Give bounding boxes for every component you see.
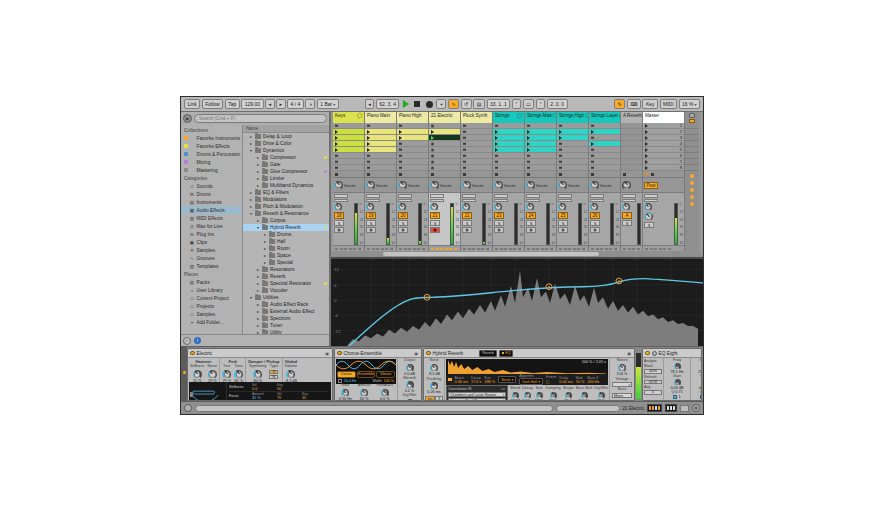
sidebar-item[interactable]: ⊕ Plug Ins: [181, 230, 242, 238]
io-boxes[interactable]: [366, 194, 395, 202]
send-a-knob[interactable]: [526, 181, 535, 190]
device-param[interactable]: Size188 %: [484, 376, 495, 384]
param-knob[interactable]: [550, 392, 557, 399]
search-input[interactable]: [194, 114, 327, 123]
param-knob[interactable]: [253, 370, 262, 379]
reverb-on-icon[interactable]: [448, 378, 452, 382]
io-boxes[interactable]: [334, 194, 363, 202]
sidebar-item[interactable]: + Add Folder...: [181, 318, 242, 326]
track-header[interactable]: A Reverb: [621, 112, 642, 123]
pan-knob[interactable]: [622, 203, 630, 211]
track-activator[interactable]: 24: [526, 212, 536, 219]
tree-item[interactable]: ▸ External Audio Effect: [243, 308, 329, 315]
pan-knob[interactable]: [644, 203, 652, 211]
param-knob[interactable]: [536, 392, 543, 399]
solo-button[interactable]: S: [462, 220, 472, 226]
io-boxes[interactable]: [558, 194, 587, 202]
tree-item[interactable]: ▸ Vocoder: [243, 287, 329, 294]
play-button[interactable]: [403, 100, 409, 108]
eq-eight-spectrum-display[interactable]: 12 6 0 -6 -12 100 1k 10k: [331, 257, 703, 346]
punch-in-button[interactable]: ⌜: [512, 99, 521, 109]
tab-reverb[interactable]: Reverb: [479, 350, 497, 357]
sidebar-item[interactable]: ▤ Instruments: [181, 198, 242, 206]
track-activator[interactable]: 20: [398, 212, 408, 219]
solo-cue-button[interactable]: S: [644, 222, 654, 228]
track-header[interactable]: Strings Layer ◯: [589, 112, 620, 123]
sidebar-item[interactable]: ⊞ Drums: [181, 190, 242, 198]
matrix-cell[interactable]: Vel0.0: [252, 383, 274, 391]
tree-item[interactable]: ▸ Resonators: [243, 266, 329, 273]
send-a-knob[interactable]: [366, 181, 375, 190]
post-toggle[interactable]: Post: [644, 182, 658, 189]
track-activator[interactable]: 23: [494, 212, 504, 219]
draw-mode-pencil-icon[interactable]: ✎: [614, 99, 625, 109]
tree-item[interactable]: ▸ Modulators: [243, 196, 329, 203]
arm-button[interactable]: [590, 227, 600, 233]
tree-item[interactable]: ▸ Audio Effect Rack: [243, 301, 329, 308]
stereo-knob[interactable]: [618, 364, 626, 372]
loop-start-display[interactable]: 33. 1. 1: [487, 99, 511, 109]
type-w-button[interactable]: W: [269, 375, 278, 380]
io-boxes[interactable]: [622, 194, 641, 202]
tree-item[interactable]: ▸ Delay & Loop: [243, 133, 329, 140]
clip-slot[interactable]: [525, 165, 556, 171]
send-a-knob[interactable]: [334, 181, 343, 190]
pan-knob[interactable]: [590, 203, 598, 211]
freq-knob[interactable]: [674, 363, 681, 370]
pan-knob[interactable]: [462, 203, 470, 211]
track-activator[interactable]: 25: [558, 212, 568, 219]
solo-button[interactable]: S: [558, 220, 568, 226]
arm-button[interactable]: [334, 227, 344, 233]
tree-item[interactable]: ▾ Utilities: [243, 294, 329, 301]
param-knob[interactable]: [222, 370, 231, 379]
sidebar-item[interactable]: □ Projects: [181, 302, 242, 310]
block-value[interactable]: 4096: [644, 369, 662, 374]
device-title-bar[interactable]: Electric ◌▣: [188, 349, 332, 358]
track-activator[interactable]: 19: [366, 212, 376, 219]
send-a-knob[interactable]: [430, 181, 439, 190]
track-header[interactable]: 21 Electric ◯: [429, 112, 460, 123]
loop-button[interactable]: ▭: [523, 99, 535, 109]
device-collapse-icon[interactable]: [652, 351, 657, 356]
track-header[interactable]: Piano Main ◯: [365, 112, 396, 123]
clip-stop-row[interactable]: [525, 171, 556, 178]
status-preview-icon[interactable]: [184, 404, 192, 412]
solo-button[interactable]: S: [494, 220, 504, 226]
tree-item[interactable]: ▸ Pitch & Modulation: [243, 203, 329, 210]
param-knob[interactable]: [565, 392, 572, 399]
device-on-icon[interactable]: [190, 351, 195, 356]
tree-item[interactable]: ▸ Glue Compressor: [243, 168, 329, 175]
arm-button[interactable]: [526, 227, 536, 233]
arrangement-back-button[interactable]: ◂: [365, 99, 375, 109]
clip-slot[interactable]: [461, 165, 492, 171]
sidebar-item[interactable]: ▧ Templates: [181, 262, 242, 270]
track-header[interactable]: Master: [643, 112, 684, 123]
track-activator[interactable]: 21: [430, 212, 440, 219]
clip-stop-row[interactable]: [621, 171, 642, 178]
pan-knob[interactable]: [526, 203, 534, 211]
clip-stop-row[interactable]: [589, 171, 620, 178]
key-map-button[interactable]: Key: [642, 99, 658, 109]
mode-button[interactable]: Ensemble: [357, 371, 376, 378]
param-knob[interactable]: [193, 370, 202, 379]
sidebar-item[interactable]: ◎ Max for Live: [181, 222, 242, 230]
track-activator[interactable]: 18: [334, 212, 344, 219]
loop-length-display[interactable]: 2. 0. 0: [547, 99, 568, 109]
clip-stop-row[interactable]: [397, 171, 428, 178]
sidebar-item[interactable]: Favorite Effects: [181, 142, 242, 150]
clip-stop-row[interactable]: [461, 171, 492, 178]
quantize-menu[interactable]: 1 Bar▾: [317, 99, 339, 109]
solo-button[interactable]: S: [430, 220, 440, 226]
sidebar-item[interactable]: ♫ Sounds: [181, 182, 242, 190]
arm-button[interactable]: [558, 227, 568, 233]
param-knob[interactable]: [581, 392, 588, 399]
link-button[interactable]: Link: [184, 99, 200, 109]
nudge-up-button[interactable]: ▸: [276, 99, 286, 109]
cpu-meter[interactable]: 16 %▾: [679, 99, 700, 109]
param-knob[interactable]: [430, 382, 438, 390]
track-activator[interactable]: 22: [462, 212, 472, 219]
arm-button[interactable]: [430, 227, 440, 233]
tab-eq[interactable]: EQ: [499, 350, 514, 357]
clip-slot[interactable]: [429, 165, 460, 171]
sidebar-item[interactable]: □ Current Project: [181, 294, 242, 302]
